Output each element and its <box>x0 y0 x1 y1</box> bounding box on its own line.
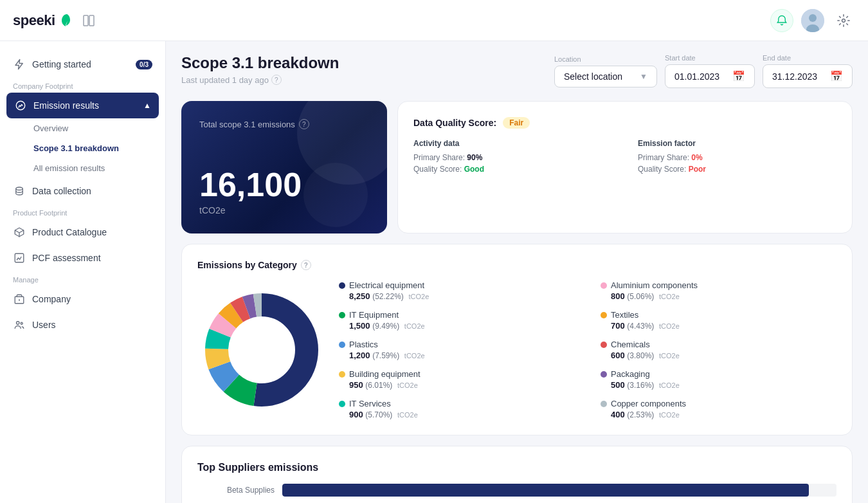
donut-chart <box>197 286 326 414</box>
emissions-by-category-card: Emissions by Category ? <box>181 244 853 435</box>
top-cards-row: Total scope 3.1 emissions ? 16,100 tCO2e… <box>181 101 853 233</box>
start-date-filter: Start date 01.01.2023 📅 <box>665 54 755 88</box>
svg-point-11 <box>17 322 20 325</box>
sidebar-item-emission-results[interactable]: Emission results ▲ <box>6 93 159 118</box>
subtitle-text: Last updated 1 day ago <box>181 75 269 85</box>
sidebar-item-company[interactable]: Company <box>0 286 165 312</box>
location-value: Select location <box>564 71 622 82</box>
database-icon <box>13 185 26 197</box>
users-label: Users <box>32 320 152 330</box>
end-date-value: 31.12.2023 <box>772 71 817 82</box>
legend-item: IT Services 900 (5.70%) tCO2e <box>339 399 575 419</box>
gear-icon <box>837 14 850 27</box>
subtitle-help-icon[interactable]: ? <box>271 75 282 85</box>
chevron-up-icon: ▲ <box>143 101 151 110</box>
legend-item: Plastics 1,200 (7.59%) tCO2e <box>339 340 575 360</box>
notification-button[interactable] <box>770 9 793 32</box>
end-date-calendar-icon[interactable]: 📅 <box>830 70 843 82</box>
legend-item: Copper components 400 (2.53%) tCO2e <box>601 399 836 419</box>
total-card-value: 16,100 <box>199 168 369 201</box>
activity-quality: Quality Score: Good <box>413 165 612 174</box>
legend-item: Textiles 700 (4.43%) tCO2e <box>601 310 836 331</box>
main-content: Scope 3.1 breakdown Last updated 1 day a… <box>166 41 868 503</box>
quality-card-title: Data Quality Score: Fair <box>413 117 836 129</box>
svg-point-3 <box>809 14 817 22</box>
sub-items: Overview Scope 3.1 breakdown All emissio… <box>0 118 165 178</box>
bar-fill <box>282 484 809 497</box>
sidebar: Getting started 0/3 Company Footprint Em… <box>0 41 166 503</box>
svg-point-7 <box>16 187 23 190</box>
svg-rect-0 <box>84 15 88 26</box>
avatar-image <box>801 9 824 32</box>
legend-item: Packaging 500 (3.16%) tCO2e <box>601 369 836 390</box>
avatar[interactable] <box>801 9 824 32</box>
start-date-input[interactable]: 01.01.2023 📅 <box>665 64 755 88</box>
company-label: Company <box>32 294 152 304</box>
start-date-calendar-icon[interactable]: 📅 <box>732 70 745 82</box>
legend-item: Electrical equipment 8,250 (52.22%) tCO2… <box>339 280 575 301</box>
product-catalogue-label: Product Catalogue <box>32 227 152 237</box>
svg-point-5 <box>842 19 845 22</box>
lightning-icon <box>13 58 26 71</box>
location-chevron-icon: ▼ <box>640 72 647 81</box>
header-icons <box>770 9 855 32</box>
legend-item: Chemicals 600 (3.80%) tCO2e <box>601 340 836 360</box>
filters: Location Select location ▼ Start date 01… <box>554 54 853 88</box>
legend-item: Aluminium components 800 (5.06%) tCO2e <box>601 280 836 301</box>
start-date-label: Start date <box>665 54 755 62</box>
total-help-icon[interactable]: ? <box>299 119 309 129</box>
settings-button[interactable] <box>832 9 855 32</box>
emission-icon <box>14 99 27 112</box>
users-icon <box>13 318 26 331</box>
sidebar-item-overview[interactable]: Overview <box>0 118 165 138</box>
bar-track <box>282 484 836 497</box>
activity-title: Activity data <box>413 139 612 148</box>
sidebar-item-scope-breakdown[interactable]: Scope 3.1 breakdown <box>0 138 165 158</box>
legend-item: Building equipment 950 (6.01%) tCO2e <box>339 369 575 390</box>
bell-icon <box>776 15 788 26</box>
location-filter: Location Select location ▼ <box>554 55 657 87</box>
sidebar-item-data-collection[interactable]: Data collection <box>0 178 165 204</box>
location-label: Location <box>554 55 657 63</box>
emission-quality: Quality Score: Poor <box>638 165 836 174</box>
sidebar-toggle-button[interactable] <box>78 10 99 31</box>
fair-badge: Fair <box>503 117 530 129</box>
end-date-label: End date <box>763 54 853 62</box>
box-icon <box>13 226 26 239</box>
emission-primary: Primary Share: 0% <box>638 153 836 162</box>
company-footprint-section: Company Footprint <box>0 77 165 93</box>
supplier-bar-row: Beta Supplies <box>197 484 836 497</box>
suppliers-bar-chart: Beta Supplies WindFlow ServerSolutions <box>197 484 836 503</box>
location-select[interactable]: Select location ▼ <box>554 66 657 87</box>
total-card-unit: tCO2e <box>199 205 369 215</box>
start-date-value: 01.01.2023 <box>674 71 719 82</box>
data-collection-label: Data collection <box>32 186 152 196</box>
logo: speeki <box>13 10 99 31</box>
emission-results-label: Emission results <box>33 100 137 111</box>
main-layout: Getting started 0/3 Company Footprint Em… <box>0 41 868 503</box>
pcf-assessment-label: PCF assessment <box>32 253 152 263</box>
sidebar-item-getting-started[interactable]: Getting started 0/3 <box>0 51 165 77</box>
logo-leaf-icon <box>59 13 75 28</box>
page-title: Scope 3.1 breakdown <box>181 54 339 72</box>
total-emissions-card: Total scope 3.1 emissions ? 16,100 tCO2e <box>181 101 387 233</box>
supplier-name: Beta Supplies <box>197 486 275 495</box>
sidebar-item-users[interactable]: Users <box>0 312 165 338</box>
quality-card: Data Quality Score: Fair Activity data P… <box>397 101 853 233</box>
end-date-input[interactable]: 31.12.2023 📅 <box>763 64 853 88</box>
page-title-group: Scope 3.1 breakdown Last updated 1 day a… <box>181 54 339 85</box>
sidebar-item-all-emission[interactable]: All emission results <box>0 158 165 178</box>
total-card-title: Total scope 3.1 emissions ? <box>199 119 369 129</box>
sidebar-item-product-catalogue[interactable]: Product Catalogue <box>0 219 165 245</box>
emission-title: Emission factor <box>638 139 836 148</box>
activity-col: Activity data Primary Share: 90% Quality… <box>413 139 612 176</box>
sidebar-icon <box>82 14 95 27</box>
legend-item: IT Equipment 1,500 (9.49%) tCO2e <box>339 310 575 331</box>
emissions-help-icon[interactable]: ? <box>301 260 311 270</box>
suppliers-title: Top Suppliers emissions <box>197 462 836 473</box>
emission-col: Emission factor Primary Share: 0% Qualit… <box>638 139 836 176</box>
product-footprint-section: Product Footprint <box>0 204 165 219</box>
chart-icon <box>13 252 26 264</box>
suppliers-card: Top Suppliers emissions Beta Supplies Wi… <box>181 446 853 503</box>
sidebar-item-pcf-assessment[interactable]: PCF assessment <box>0 245 165 271</box>
